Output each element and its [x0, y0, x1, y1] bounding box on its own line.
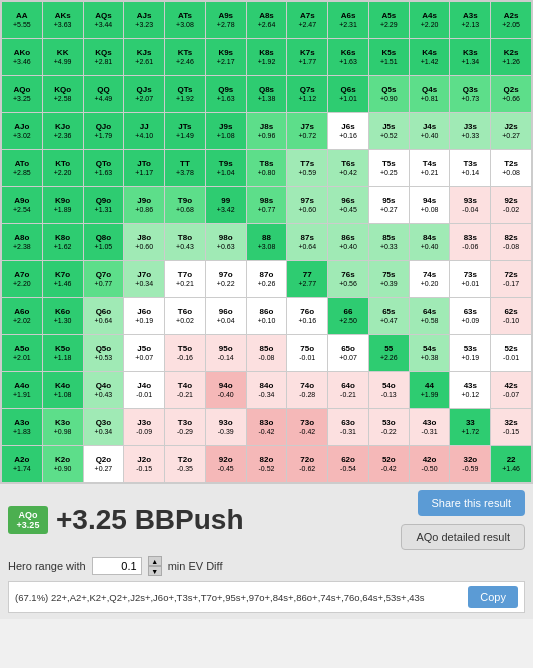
grid-cell-q3s[interactable]: Q3s+0.73 — [450, 76, 490, 112]
grid-cell-55[interactable]: 55+2.26 — [369, 335, 409, 371]
grid-cell-k4s[interactable]: K4s+1.42 — [410, 39, 450, 75]
grid-cell-q8o[interactable]: Q8o+1.05 — [84, 224, 124, 260]
grid-cell-t3s[interactable]: T3s+0.14 — [450, 150, 490, 186]
grid-cell-t6s[interactable]: T6s+0.42 — [328, 150, 368, 186]
grid-cell-q2o[interactable]: Q2o+0.27 — [84, 446, 124, 482]
grid-cell-aqs[interactable]: AQs+3.44 — [84, 2, 124, 38]
grid-cell-k5s[interactable]: K5s+1.51 — [369, 39, 409, 75]
grid-cell-jts[interactable]: JTs+1.49 — [165, 113, 205, 149]
grid-cell-k4o[interactable]: K4o+1.08 — [43, 372, 83, 408]
grid-cell-aqo[interactable]: AQo+3.25 — [2, 76, 42, 112]
grid-cell-82s[interactable]: 82s-0.08 — [491, 224, 531, 260]
grid-cell-k5o[interactable]: K5o+1.18 — [43, 335, 83, 371]
grid-cell-k6s[interactable]: K6s+1.63 — [328, 39, 368, 75]
grid-cell-k2o[interactable]: K2o+0.90 — [43, 446, 83, 482]
grid-cell-86s[interactable]: 86s+0.40 — [328, 224, 368, 260]
grid-cell-94s[interactable]: 94s+0.08 — [410, 187, 450, 223]
grid-cell-a3s[interactable]: A3s+2.13 — [450, 2, 490, 38]
grid-cell-j2s[interactable]: J2s+0.27 — [491, 113, 531, 149]
grid-cell-k7s[interactable]: K7s+1.77 — [287, 39, 327, 75]
grid-cell-64o[interactable]: 64o-0.21 — [328, 372, 368, 408]
grid-cell-kto[interactable]: KTo+2.20 — [43, 150, 83, 186]
grid-cell-j3s[interactable]: J3s+0.33 — [450, 113, 490, 149]
grid-cell-43s[interactable]: 43s+0.12 — [450, 372, 490, 408]
grid-cell-82o[interactable]: 82o-0.52 — [247, 446, 287, 482]
grid-cell-j5o[interactable]: J5o+0.07 — [124, 335, 164, 371]
grid-cell-93s[interactable]: 93s-0.04 — [450, 187, 490, 223]
grid-cell-t7o[interactable]: T7o+0.21 — [165, 261, 205, 297]
grid-cell-q5s[interactable]: Q5s+0.90 — [369, 76, 409, 112]
grid-cell-k8s[interactable]: K8s+1.92 — [247, 39, 287, 75]
grid-cell-tt[interactable]: TT+3.78 — [165, 150, 205, 186]
grid-cell-87s[interactable]: 87s+0.64 — [287, 224, 327, 260]
grid-cell-96o[interactable]: 96o+0.04 — [206, 298, 246, 334]
grid-cell-64s[interactable]: 64s+0.58 — [410, 298, 450, 334]
grid-cell-32s[interactable]: 32s-0.15 — [491, 409, 531, 445]
grid-cell-t5o[interactable]: T5o-0.16 — [165, 335, 205, 371]
grid-cell-t4s[interactable]: T4s+0.21 — [410, 150, 450, 186]
grid-cell-62s[interactable]: 62s-0.10 — [491, 298, 531, 334]
grid-cell-t8o[interactable]: T8o+0.43 — [165, 224, 205, 260]
grid-cell-t7s[interactable]: T7s+0.59 — [287, 150, 327, 186]
ev-diff-up[interactable]: ▲ — [148, 556, 162, 566]
grid-cell-84o[interactable]: 84o-0.34 — [247, 372, 287, 408]
grid-cell-j8o[interactable]: J8o+0.60 — [124, 224, 164, 260]
ev-diff-spinner[interactable]: ▲ ▼ — [148, 556, 162, 576]
grid-cell-95s[interactable]: 95s+0.27 — [369, 187, 409, 223]
grid-cell-t6o[interactable]: T6o+0.02 — [165, 298, 205, 334]
grid-cell-k9o[interactable]: K9o+1.89 — [43, 187, 83, 223]
grid-cell-a7s[interactable]: A7s+2.47 — [287, 2, 327, 38]
grid-cell-qjo[interactable]: QJo+1.79 — [84, 113, 124, 149]
grid-cell-j4o[interactable]: J4o-0.01 — [124, 372, 164, 408]
grid-cell-a9s[interactable]: A9s+2.78 — [206, 2, 246, 38]
grid-cell-94o[interactable]: 94o-0.40 — [206, 372, 246, 408]
grid-cell-73s[interactable]: 73s+0.01 — [450, 261, 490, 297]
grid-cell-84s[interactable]: 84s+0.40 — [410, 224, 450, 260]
grid-cell-a5s[interactable]: A5s+2.29 — [369, 2, 409, 38]
grid-cell-66[interactable]: 66+2.50 — [328, 298, 368, 334]
grid-cell-kqs[interactable]: KQs+2.81 — [84, 39, 124, 75]
grid-cell-t5s[interactable]: T5s+0.25 — [369, 150, 409, 186]
grid-cell-j4s[interactable]: J4s+0.40 — [410, 113, 450, 149]
grid-cell-k3s[interactable]: K3s+1.34 — [450, 39, 490, 75]
grid-cell-ako[interactable]: AKo+3.46 — [2, 39, 42, 75]
grid-cell-j6s[interactable]: J6s+0.16 — [328, 113, 368, 149]
grid-cell-q9o[interactable]: Q9o+1.31 — [84, 187, 124, 223]
grid-cell-a8o[interactable]: A8o+2.38 — [2, 224, 42, 260]
grid-cell-63s[interactable]: 63s+0.09 — [450, 298, 490, 334]
grid-cell-22[interactable]: 22+1.46 — [491, 446, 531, 482]
grid-cell-a2s[interactable]: A2s+2.05 — [491, 2, 531, 38]
grid-cell-a8s[interactable]: A8s+2.64 — [247, 2, 287, 38]
grid-cell-95o[interactable]: 95o-0.14 — [206, 335, 246, 371]
grid-cell-j5s[interactable]: J5s+0.52 — [369, 113, 409, 149]
grid-cell-kqo[interactable]: KQo+2.58 — [43, 76, 83, 112]
grid-cell-92s[interactable]: 92s-0.02 — [491, 187, 531, 223]
grid-cell-j9o[interactable]: J9o+0.86 — [124, 187, 164, 223]
grid-cell-74o[interactable]: 74o-0.28 — [287, 372, 327, 408]
grid-cell-jto[interactable]: JTo+1.17 — [124, 150, 164, 186]
grid-cell-j3o[interactable]: J3o-0.09 — [124, 409, 164, 445]
grid-cell-75o[interactable]: 75o-0.01 — [287, 335, 327, 371]
grid-cell-q2s[interactable]: Q2s+0.66 — [491, 76, 531, 112]
grid-cell-q6s[interactable]: Q6s+1.01 — [328, 76, 368, 112]
share-result-button[interactable]: Share this result — [418, 490, 525, 516]
grid-cell-32o[interactable]: 32o-0.59 — [450, 446, 490, 482]
grid-cell-qts[interactable]: QTs+1.92 — [165, 76, 205, 112]
grid-cell-54s[interactable]: 54s+0.38 — [410, 335, 450, 371]
copy-button[interactable]: Copy — [468, 586, 518, 608]
grid-cell-ajs[interactable]: AJs+3.23 — [124, 2, 164, 38]
grid-cell-76s[interactable]: 76s+0.56 — [328, 261, 368, 297]
grid-cell-k3o[interactable]: K3o+0.98 — [43, 409, 83, 445]
grid-cell-85o[interactable]: 85o-0.08 — [247, 335, 287, 371]
grid-cell-99[interactable]: 99+3.42 — [206, 187, 246, 223]
grid-cell-kjs[interactable]: KJs+2.61 — [124, 39, 164, 75]
grid-cell-a2o[interactable]: A2o+1.74 — [2, 446, 42, 482]
grid-cell-a5o[interactable]: A5o+2.01 — [2, 335, 42, 371]
grid-cell-63o[interactable]: 63o-0.31 — [328, 409, 368, 445]
grid-cell-q9s[interactable]: Q9s+1.63 — [206, 76, 246, 112]
grid-cell-aks[interactable]: AKs+3.63 — [43, 2, 83, 38]
grid-cell-ats[interactable]: ATs+3.08 — [165, 2, 205, 38]
grid-cell-33[interactable]: 33+1.72 — [450, 409, 490, 445]
grid-cell-a3o[interactable]: A3o+1.83 — [2, 409, 42, 445]
grid-cell-62o[interactable]: 62o-0.54 — [328, 446, 368, 482]
